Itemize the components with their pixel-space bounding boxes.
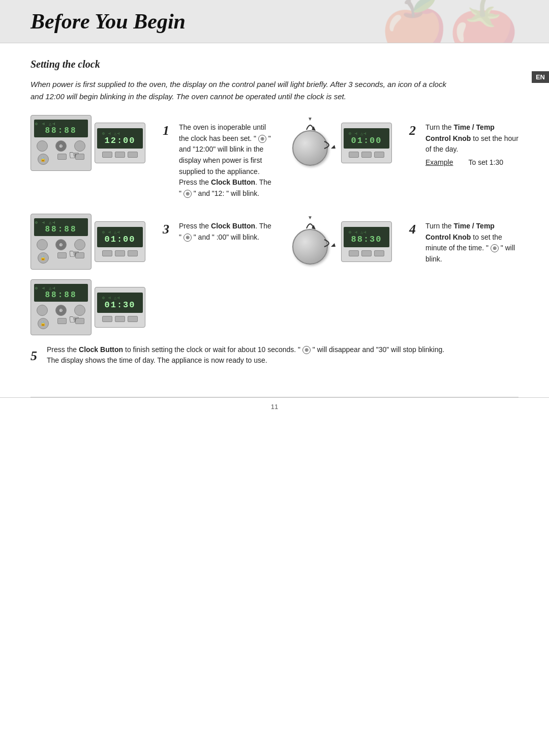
step-3-text: Press the Clock Button. The " ⊕ " and " … (179, 221, 272, 243)
display-5a: ⊙ ⊣ △⊣ 88:88 (34, 284, 88, 302)
disp-btn-7 (102, 250, 112, 256)
section-title: Setting the clock (30, 59, 518, 70)
disp-btn-11 (361, 250, 372, 256)
screen-2: ⊙ ⊣ △⊣ 01:00 (344, 128, 389, 149)
btn-1[interactable] (37, 140, 48, 152)
oven-panel-1: ⊙ ⊣ △⊣ 88:88 ⊕ 🔒 ☞ (30, 115, 92, 171)
step4-diagrams: ▼ ⊙ ⊣ △⊣ 88:30 (282, 214, 399, 270)
screen-4: ⊙ ⊣ △⊣ 88:30 (344, 227, 389, 247)
step3-diagrams: ⊙ ⊣ △⊣ 88:88 ⊕ 🔒 ☞ (30, 214, 152, 270)
disp-btn-6 (374, 152, 384, 158)
clock-icon-5: ⊕ (302, 346, 311, 354)
step2-diagrams: ▼ ⊙ ⊣ △⊣ 01:00 (282, 115, 399, 171)
step-number-5: 5 (30, 345, 41, 367)
step-4-text: Turn the Time / Temp Control Knob to set… (425, 221, 518, 265)
disp-btn-12 (374, 250, 384, 256)
display-1a: ⊙ ⊣ △⊣ 88:88 (34, 120, 88, 137)
step-1-text: The oven is inoperable until the clock h… (179, 122, 272, 199)
btn-2[interactable]: ⊕ (55, 140, 67, 152)
oven-panel-3: ⊙ ⊣ △⊣ 88:88 ⊕ 🔒 ☞ (30, 214, 92, 270)
disp-btn-4 (349, 152, 359, 158)
screen-3: ⊙ ⊣ △⊣ 01:00 (97, 227, 143, 247)
btn-3a[interactable] (37, 239, 48, 250)
clock-icon-2: ⊕ (184, 190, 192, 198)
disp-btn-2 (115, 152, 125, 158)
disp-btn-13 (102, 316, 112, 322)
example-label: Example (425, 157, 453, 168)
display-box-5: ⊙ ⊣ △⊣ 01:30 (95, 287, 145, 328)
disp-btn-15 (128, 316, 138, 322)
step-number-4: 4 (409, 222, 419, 237)
step5-diagrams: ⊙ ⊣ △⊣ 88:88 ⊕ 🔒 ☞ (30, 279, 152, 335)
knob-area-1: ▼ (282, 115, 338, 171)
step-number-2: 2 (409, 123, 419, 138)
decorative-shapes: 🍎🍅 (379, 0, 518, 43)
disp-btn-10 (349, 250, 359, 256)
display-box-2: ⊙ ⊣ △⊣ 01:00 (341, 123, 392, 163)
screen-1: ⊙ ⊣ △⊣ 12:00 (97, 128, 143, 149)
intro-text: When power is first supplied to the oven… (30, 78, 447, 103)
clock-icon-1: ⊕ (258, 135, 266, 143)
disp-btn-9 (128, 250, 138, 256)
step-2-text: Turn the Time / Temp Control Knob to set… (425, 122, 518, 168)
page-footer: 11 (0, 397, 549, 421)
step1-diagrams: ⊙ ⊣ △⊣ 88:88 ⊕ 🔒 ☞ (30, 115, 152, 171)
step-2-block: 2 Turn the Time / Temp Control Knob to s… (409, 117, 518, 173)
example-value: To set 1:30 (468, 157, 503, 168)
display-box-4: ⊙ ⊣ △⊣ 88:30 (341, 221, 392, 262)
step-5-text: Press the Clock Button to finish setting… (47, 344, 453, 366)
page-number: 11 (271, 403, 278, 411)
btn-5b[interactable]: ⊕ (55, 305, 67, 316)
display-3a: ⊙ ⊣ △⊣ 88:88 (34, 218, 88, 236)
step-number-3: 3 (163, 222, 173, 237)
knob-indicator: ▼ (308, 116, 313, 122)
step-number-1: 1 (163, 123, 173, 138)
hand-cursor-3: ☞ (69, 247, 80, 261)
screen-5: ⊙ ⊣ △⊣ 01:30 (97, 293, 143, 313)
hand-cursor-1: ☞ (69, 148, 80, 162)
lock-btn-3[interactable]: 🔒 (38, 252, 49, 264)
sm-btn-3[interactable] (57, 252, 67, 258)
step-5-block: 5 Press the Clock Button to finish setti… (30, 344, 518, 367)
step-4-block: 4 Turn the Time / Temp Control Knob to s… (409, 216, 518, 270)
language-badge: EN (532, 71, 549, 83)
knob-area-4: ▼ (282, 214, 338, 270)
main-content: Setting the clock When power is first su… (0, 43, 549, 387)
disp-btn-14 (115, 316, 125, 322)
disp-btn-5 (361, 152, 372, 158)
display-box-1: ⊙ ⊣ △⊣ 12:00 (95, 123, 145, 163)
btn-3b[interactable]: ⊕ (55, 239, 67, 250)
lock-btn[interactable]: 🔒 (38, 154, 49, 165)
oven-panel-5: ⊙ ⊣ △⊣ 88:88 ⊕ 🔒 ☞ (30, 279, 92, 335)
lock-btn-5[interactable]: 🔒 (38, 318, 49, 329)
step-3-block: 3 Press the Clock Button. The " ⊕ " and … (163, 216, 272, 248)
sm-btn-1[interactable] (57, 154, 67, 160)
step-1-block: 1 The oven is inoperable until the clock… (163, 117, 272, 205)
display-box-3: ⊙ ⊣ △⊣ 01:00 (95, 221, 145, 262)
clock-icon-4: ⊕ (491, 244, 499, 252)
svg-marker-3 (331, 243, 336, 247)
disp-btn-1 (102, 152, 112, 158)
knob-indicator-4: ▼ (308, 215, 313, 220)
svg-marker-1 (331, 145, 336, 149)
clock-icon-3: ⊕ (184, 234, 192, 242)
btn-5a[interactable] (37, 305, 48, 316)
disp-btn-8 (115, 250, 125, 256)
hand-cursor-5: ☞ (69, 312, 80, 327)
disp-btn-3 (128, 152, 138, 158)
sm-btn-5[interactable] (57, 318, 67, 324)
header-banner: Before You Begin 🍎🍅 (0, 0, 549, 43)
